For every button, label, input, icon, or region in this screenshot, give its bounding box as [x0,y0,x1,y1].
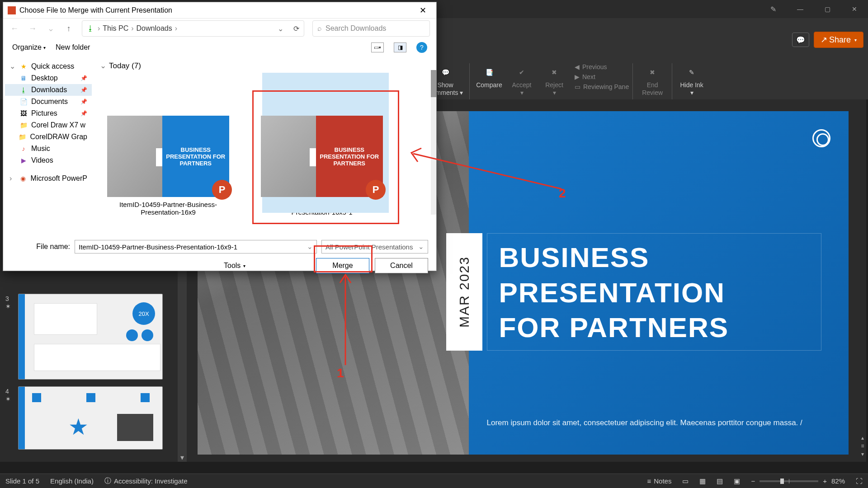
normal-view-button[interactable]: ▭ [682,477,689,485]
downloads-icon: ⭳ [19,86,28,94]
tools-menu[interactable]: Tools▾ [224,262,245,270]
annotation-box-merge [314,245,373,272]
preview-pane-button[interactable]: ◨ [394,42,406,52]
nav-up-button[interactable]: ↑ [64,23,74,33]
star-icon: ★ [19,62,28,70]
pin-icon: 📌 [80,110,87,117]
slide-number-4: 4 [5,388,9,395]
next-change-button[interactable]: ▶Next [575,73,629,80]
sidebar-item-documents[interactable]: 📄Documents📌 [5,96,92,108]
minimize-button[interactable]: — [791,2,809,16]
path-dropdown-icon[interactable]: ⌄ [278,24,283,33]
slide-position[interactable]: Slide 1 of 5 [5,477,39,485]
zoom-slider[interactable] [760,480,818,482]
previous-change-button[interactable]: ◀Previous [575,63,629,70]
file-name-0: ItemID-10459-Partner-Business-Presentati… [107,201,229,216]
file-tile-0[interactable]: BUSINESS PRESENTATION FOR PARTNERS P Ite… [107,75,229,216]
reject-button[interactable]: ✖ Reject▾ [538,63,570,99]
notes-button[interactable]: ≡Notes [647,477,671,485]
reject-icon: ✖ [547,65,561,80]
search-box[interactable]: ⌕ Search Downloads [312,20,430,37]
nav-forward-button[interactable]: → [28,23,38,33]
sidebar-item-corel-grap[interactable]: 📁CorelDRAW Grap [5,131,92,143]
slide-title-box[interactable]: BUSINESS PRESENTATION FOR PARTNERS [487,233,821,351]
folder-icon: 📁 [19,121,28,129]
organize-button[interactable]: Organize▾ [12,43,46,52]
sidebar-item-desktop[interactable]: 🖥Desktop📌 [5,72,92,84]
annotation-number-1: 1 [337,366,344,380]
end-review-icon: ✖ [645,65,660,80]
reviewing-pane-button[interactable]: ▭Reviewing Pane [575,83,629,90]
dialog-close-button[interactable]: ✕ [414,4,432,17]
dialog-titlebar: Choose File to Merge with Current Presen… [3,2,436,19]
sidebar-item-pictures[interactable]: 🖼Pictures📌 [5,108,92,119]
maximize-button[interactable]: ▢ [818,2,836,16]
scrollbar-thumb[interactable] [431,70,436,97]
nav-history-icon[interactable]: ⌄ [46,23,56,33]
powerpoint-icon [8,6,16,14]
draw-mode-icon[interactable]: ✎ [764,2,782,16]
dialog-sidebar: ⌄★Quick access 🖥Desktop📌 ⭳Downloads📌 📄Do… [3,56,94,237]
zoom-percent[interactable]: 82% [831,477,845,485]
compare-icon: 📑 [482,65,496,80]
zoom-out-button[interactable]: − [751,477,755,485]
review-nav-list: ◀Previous ▶Next ▭Reviewing Pane [575,63,629,90]
slide-subtitle[interactable]: Lorem ipsum dolor sit amet, consectetuer… [487,418,821,427]
new-folder-button[interactable]: New folder [56,43,90,52]
sidebar-item-videos[interactable]: ▶Videos [5,155,92,166]
folder-icon: 📁 [19,133,26,141]
files-scrollbar[interactable] [431,70,436,215]
zoom-control[interactable]: − + 82% [751,477,845,485]
help-button[interactable]: ? [416,42,427,53]
dialog-toolbar: Organize▾ New folder ▭ ▾ ◨ ? [3,38,436,56]
nav-back-button[interactable]: ← [9,23,19,33]
fit-to-window-button[interactable]: ⛶ [856,477,863,485]
end-review-button[interactable]: ✖ End Review [637,63,668,99]
annotation-box-file [252,90,399,224]
slide-thumb-4[interactable]: ★ [18,386,163,450]
accept-icon: ✔ [514,65,529,80]
reading-view-button[interactable]: ▤ [717,477,723,485]
slide-logo-icon [812,129,830,147]
sidebar-item-music[interactable]: ♪Music [5,143,92,155]
breadcrumb-path[interactable]: ⭳ › This PC › Downloads › ⌄ ⟳ [82,20,304,37]
search-icon: ⌕ [317,24,322,33]
quick-access-item[interactable]: ⌄★Quick access [5,60,92,72]
dialog-nav: ← → ⌄ ↑ ⭳ › This PC › Downloads › ⌄ ⟳ ⌕ … [3,19,436,38]
sidebar-item-downloads[interactable]: ⭳Downloads📌 [5,84,92,96]
ribbon-review-group: 💬 Show Comments ▾ 📑 Compare ✔ Accept▾ ✖ … [425,63,708,99]
annotation-number-2: 2 [559,186,566,201]
sorter-view-button[interactable]: ▦ [699,477,706,485]
zoom-in-button[interactable]: + [823,477,827,485]
language-status[interactable]: English (India) [50,477,94,485]
hide-ink-icon: ✎ [684,65,699,80]
cancel-button[interactable]: Cancel [375,258,428,273]
sidebar-item-powerpoint[interactable]: ›◉Microsoft PowerP [5,173,92,184]
slide-vscrollbar[interactable]: ▴≡▾ [859,99,866,462]
comments-icon: 💬 [438,65,453,80]
filename-field[interactable]: ItemID-10459-Partner-Business-Presentati… [75,240,317,253]
comments-button[interactable]: 💬 [792,33,809,47]
view-mode-button[interactable]: ▭ ▾ [371,42,384,52]
scroll-up-icon[interactable]: ▴ [859,435,866,441]
accessibility-status[interactable]: ⓘAccessibility: Investigate [104,477,188,485]
hide-ink-button[interactable]: ✎ Hide Ink▾ [676,63,708,99]
share-button[interactable]: ↗Share▾ [814,32,863,48]
refresh-button[interactable]: ⟳ [293,24,299,33]
pin-icon: 📌 [80,75,87,81]
person-icon: ⓘ [104,477,111,485]
scroll-down-icon[interactable]: ▾ [859,451,866,457]
accept-button[interactable]: ✔ Accept▾ [506,63,538,99]
scroll-down-icon[interactable]: ▾ [178,453,187,462]
downloads-icon: ⭳ [87,24,94,33]
close-app-button[interactable]: ✕ [845,2,863,16]
videos-icon: ▶ [19,156,28,164]
slideshow-button[interactable]: ▣ [734,477,740,485]
compare-button[interactable]: 📑 Compare [473,63,505,91]
slide-number-3: 3 [5,295,9,302]
pptx-badge-icon: P [212,180,232,200]
sidebar-item-corel-x7[interactable]: 📁Corel Draw X7 w [5,119,92,131]
slide-date-box: MAR 2023 [446,233,482,351]
slide-thumb-3[interactable]: 20X [18,294,163,380]
pin-icon: 📌 [80,87,87,93]
